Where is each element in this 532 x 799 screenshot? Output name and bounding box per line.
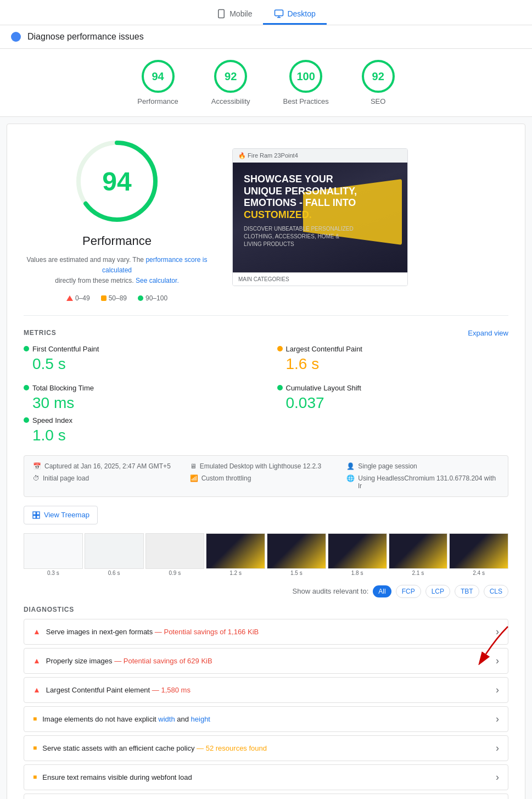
- metric-tbt-dot: [24, 385, 29, 390]
- page-header: Diagnose performance issues: [0, 25, 532, 49]
- audit-item-5-header[interactable]: ■ Serve static assets with an efficient …: [24, 736, 508, 761]
- audit-filter: Show audits relevant to: All FCP LCP TBT…: [24, 585, 508, 598]
- score-seo-label: SEO: [371, 97, 385, 105]
- calculator-link[interactable]: See calculator.: [136, 277, 179, 284]
- big-score-number: 94: [102, 166, 131, 197]
- filter-fcp-btn[interactable]: FCP: [396, 585, 421, 598]
- info-emulated: 🖥 Emulated Desktop with Lighthouse 12.2.…: [190, 462, 343, 470]
- tab-mobile-label: Mobile: [229, 9, 252, 18]
- film-frame-4: 1.2 s: [206, 533, 265, 576]
- tab-desktop[interactable]: Desktop: [263, 4, 326, 25]
- score-accessibility-label: Accessibility: [211, 97, 250, 105]
- filter-tbt-btn[interactable]: TBT: [455, 585, 479, 598]
- score-card-accessibility[interactable]: 92 Accessibility: [211, 60, 250, 105]
- film-frame-6: 1.8 s: [328, 533, 387, 576]
- metric-tbt: Total Blocking Time 30 ms: [24, 384, 255, 412]
- svg-rect-0: [219, 10, 225, 18]
- audit-item-1-header[interactable]: ▲ Serve images in next-gen formats — Pot…: [24, 619, 508, 644]
- score-best-practices-value: 100: [296, 70, 315, 83]
- film-frame-3: 0.9 s: [145, 533, 205, 576]
- metric-tbt-value: 30 ms: [32, 394, 255, 412]
- info-chromium: 🌐 Using HeadlessChromium 131.0.6778.204 …: [346, 474, 499, 490]
- audit-filter-label: Show audits relevant to:: [293, 587, 369, 595]
- audit-item-7-header[interactable]: ■ Eliminate render-blocking resources — …: [24, 794, 508, 799]
- svg-rect-9: [33, 515, 36, 518]
- warning-icon-2: ▲: [33, 656, 41, 665]
- score-cards-section: 94 Performance 92 Accessibility 100 Best…: [0, 49, 532, 117]
- audit-item-2: ▲ Properly size images — Potential savin…: [24, 648, 508, 674]
- metric-cls-value: 0.037: [286, 394, 509, 412]
- filter-lcp-btn[interactable]: LCP: [425, 585, 450, 598]
- chevron-down-icon-3: ›: [496, 684, 499, 696]
- legend-dot-green: [138, 295, 143, 301]
- audit-item-3-header[interactable]: ▲ Largest Contentful Paint element — 1,5…: [24, 678, 508, 702]
- performance-left: 94 Performance Values are estimated and …: [24, 137, 210, 302]
- desktop-icon: [274, 9, 284, 19]
- film-frame-2: 0.6 s: [85, 533, 144, 576]
- width-link[interactable]: width: [158, 715, 175, 723]
- svg-rect-7: [33, 512, 36, 515]
- metric-si-dot: [24, 417, 29, 423]
- performance-section: 94 Performance Values are estimated and …: [24, 137, 508, 316]
- audit-item-4-text: Image elements do not have explicit widt…: [42, 715, 496, 723]
- audit-item-2-text: Properly size images — Potential savings…: [46, 657, 496, 665]
- warning-icon-1: ▲: [33, 627, 41, 636]
- score-performance-label: Performance: [137, 97, 178, 105]
- performance-title: Performance: [82, 234, 152, 248]
- thumb-footer: MAIN CATEGORIES: [233, 272, 407, 286]
- metric-lcp: Largest Contentful Paint 1.6 s: [277, 345, 509, 373]
- info-bar: 📅 Captured at Jan 16, 2025, 2:47 AM GMT+…: [24, 455, 508, 497]
- score-card-seo[interactable]: 92 SEO: [362, 60, 395, 105]
- info-session: 👤 Single page session: [346, 462, 499, 470]
- film-frame-8: 2.4 s: [449, 533, 508, 576]
- audit-item-6-header[interactable]: ■ Ensure text remains visible during web…: [24, 765, 508, 790]
- score-legend: 0–49 50–89 90–100: [66, 294, 167, 302]
- audit-item-6: ■ Ensure text remains visible during web…: [24, 764, 508, 790]
- tab-mobile[interactable]: Mobile: [205, 4, 263, 25]
- score-best-practices-label: Best Practices: [283, 97, 329, 105]
- chevron-down-icon-1: ›: [496, 626, 499, 638]
- note-text: Values are estimated and may vary. The: [27, 256, 144, 264]
- info-captured: 📅 Captured at Jan 16, 2025, 2:47 AM GMT+…: [33, 462, 186, 470]
- audit-item-2-header[interactable]: ▲ Properly size images — Potential savin…: [24, 649, 508, 673]
- film-frame-7: 2.1 s: [389, 533, 448, 576]
- filter-cls-btn[interactable]: CLS: [484, 585, 508, 598]
- thumb-bar: 🔥 Fire Ram 23Point4: [233, 149, 407, 163]
- big-score-container: 94: [73, 137, 161, 225]
- page-title: Diagnose performance issues: [27, 32, 144, 42]
- metric-cls: Cumulative Layout Shift 0.037: [277, 384, 509, 412]
- chevron-down-icon-4: ›: [496, 713, 499, 725]
- metric-fcp-value: 0.5 s: [32, 355, 255, 373]
- chevron-down-icon-5: ›: [496, 742, 499, 754]
- audit-item-1-text: Serve images in next-gen formats — Poten…: [46, 628, 496, 636]
- mobile-icon: [216, 9, 226, 19]
- orange-icon-5: ■: [33, 744, 37, 752]
- metric-cls-dot: [277, 385, 283, 390]
- score-accessibility-value: 92: [225, 70, 237, 83]
- audit-item-3: ▲ Largest Contentful Paint element — 1,5…: [24, 677, 508, 703]
- treemap-btn[interactable]: View Treemap: [24, 506, 98, 524]
- audit-item-1: ▲ Serve images in next-gen formats — Pot…: [24, 619, 508, 645]
- info-pageload: ⏱ Initial page load: [33, 474, 186, 490]
- chevron-down-icon-6: ›: [496, 772, 499, 783]
- svg-rect-10: [37, 515, 40, 518]
- filter-all-btn[interactable]: All: [373, 585, 391, 597]
- film-frame-5: 1.5 s: [267, 533, 326, 576]
- film-frame-1: 0.3 s: [24, 533, 83, 576]
- metrics-title: METRICS: [24, 329, 57, 337]
- audit-item-5-text: Serve static assets with an efficient ca…: [42, 744, 496, 752]
- site-thumbnail: 🔥 Fire Ram 23Point4 SHOWCASE YOURUNIQUE …: [232, 148, 408, 286]
- svg-rect-2: [275, 10, 283, 16]
- metric-si-value: 1.0 s: [32, 427, 508, 444]
- height-link[interactable]: height: [191, 715, 210, 723]
- metric-lcp-dot: [277, 346, 283, 351]
- metric-tbt-label: Total Blocking Time: [32, 384, 94, 392]
- treemap-label: View Treemap: [44, 511, 89, 519]
- treemap-icon: [32, 511, 41, 519]
- orange-icon-6: ■: [33, 773, 37, 781]
- expand-view-btn[interactable]: Expand view: [468, 329, 508, 337]
- info-throttling: 📶 Custom throttling: [190, 474, 343, 490]
- score-card-best-practices[interactable]: 100 Best Practices: [283, 60, 329, 105]
- audit-item-4-header[interactable]: ■ Image elements do not have explicit wi…: [24, 707, 508, 731]
- score-card-performance[interactable]: 94 Performance: [137, 60, 178, 105]
